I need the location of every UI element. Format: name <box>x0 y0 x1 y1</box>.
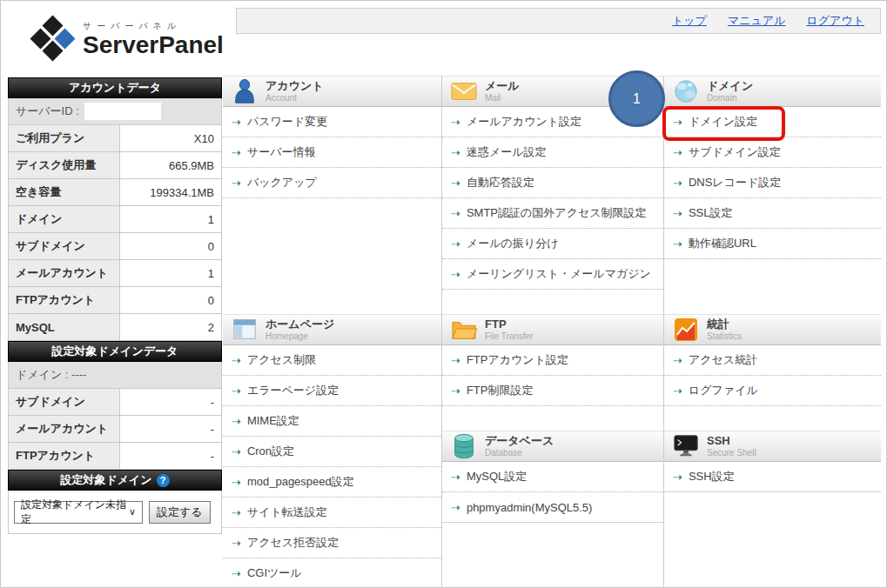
account-icon <box>232 78 258 104</box>
arrow-icon: ⇢ <box>451 146 460 159</box>
mail-icon <box>451 78 477 104</box>
section-header-homepage: ホームページ Homepage <box>223 314 441 345</box>
stat-row-mail-account: メールアカウント 1 <box>8 260 222 287</box>
section-header-database: データベース Database <box>442 431 663 462</box>
stat-row-plan: ご利用プラン X10 <box>8 125 222 152</box>
stat-row-ftp-account: FTPアカウント 0 <box>8 287 222 314</box>
section-header-stats: 統計 Statistics <box>664 314 881 345</box>
server-id-value-box <box>84 103 161 120</box>
arrow-icon: ⇢ <box>232 567 241 580</box>
menu-item-error-page-settings[interactable]: ⇢ エラーページ設定 <box>223 376 441 406</box>
menu-item-cgi-tools[interactable]: ⇢ CGIツール <box>223 558 441 588</box>
menu-item-mailing-list[interactable]: ⇢ メーリングリスト・メールマガジン <box>442 259 663 290</box>
menu-item-subdomain-settings[interactable]: ⇢ サブドメイン設定 <box>664 137 881 168</box>
menu-item-mail-sorting[interactable]: ⇢ メールの振り分け <box>442 229 663 259</box>
menu-item-mod-pagespeed-settings[interactable]: ⇢ mod_pagespeed設定 <box>223 467 441 498</box>
menu-item-log-file[interactable]: ⇢ ログファイル <box>664 376 881 406</box>
target-domain-controls: 設定対象ドメイン未指定 ∨ 設定する <box>8 491 222 534</box>
arrow-icon: ⇢ <box>232 476 241 489</box>
arrow-icon: ⇢ <box>451 177 460 190</box>
arrow-icon: ⇢ <box>451 116 460 129</box>
target-stat-row-ftp-account: FTPアカウント - <box>8 443 222 470</box>
nav-link-manual[interactable]: マニュアル <box>728 13 786 29</box>
stats-icon <box>673 317 699 343</box>
top-nav-bar: トップ マニュアル ログアウト <box>236 8 881 34</box>
logo-japanese-text: サーバーパネル <box>83 20 224 32</box>
nav-link-top[interactable]: トップ <box>672 13 707 29</box>
menu-item-cron-settings[interactable]: ⇢ Cron設定 <box>223 437 441 467</box>
arrow-icon: ⇢ <box>451 237 460 251</box>
homepage-icon <box>232 317 258 343</box>
menu-item-smtp-restriction-settings[interactable]: ⇢ SMTP認証の国外アクセス制限設定 <box>442 198 663 229</box>
arrow-icon: ⇢ <box>451 268 460 281</box>
menu-item-password-change[interactable]: ⇢ パスワード変更 <box>223 107 441 137</box>
arrow-icon: ⇢ <box>232 384 241 398</box>
target-domain-row: ドメイン : ---- <box>8 362 222 389</box>
menu-item-spam-mail-settings[interactable]: ⇢ 迷惑メール設定 <box>442 137 663 168</box>
section-header-account: アカウント Account <box>223 76 441 107</box>
target-domain-select[interactable]: 設定対象ドメイン未指定 ∨ <box>14 501 143 524</box>
section-header-ftp: FTP File Transfer <box>442 314 663 345</box>
menu-item-access-deny-settings[interactable]: ⇢ アクセス拒否設定 <box>223 528 441 558</box>
arrow-icon: ⇢ <box>451 471 460 484</box>
arrow-icon: ⇢ <box>673 354 682 367</box>
menu-item-phpmyadmin[interactable]: ⇢ phpmyadmin(MySQL5.5) <box>442 492 663 523</box>
arrow-icon: ⇢ <box>673 146 682 159</box>
arrow-icon: ⇢ <box>232 537 241 550</box>
arrow-icon: ⇢ <box>673 177 682 190</box>
menu-item-auto-reply-settings[interactable]: ⇢ 自動応答設定 <box>442 168 663 198</box>
menu-item-domain-settings[interactable]: ⇢ ドメイン設定 <box>664 107 881 137</box>
ftp-folder-icon <box>451 317 477 343</box>
arrow-icon: ⇢ <box>451 207 460 220</box>
menu-item-server-info[interactable]: ⇢ サーバー情報 <box>223 137 441 168</box>
menu-item-backup[interactable]: ⇢ バックアップ <box>223 168 441 198</box>
menu-item-mime-settings[interactable]: ⇢ MIME設定 <box>223 406 441 437</box>
stat-row-free-space: 空き容量 199334.1MB <box>8 179 222 206</box>
section-header-ssh: SSH Secure Shell <box>664 431 881 462</box>
sidebar-header-account-data: アカウントデータ <box>8 77 222 98</box>
menu-item-ftp-account-settings[interactable]: ⇢ FTPアカウント設定 <box>442 345 663 376</box>
stat-row-mysql: MySQL 2 <box>8 314 222 341</box>
server-panel-page: トップ マニュアル ログアウト サーバーパネル ServerPanel アカウン… <box>0 0 887 588</box>
set-domain-button[interactable]: 設定する <box>149 501 211 524</box>
logo-diamonds-icon <box>30 17 76 62</box>
arrow-icon: ⇢ <box>232 445 241 458</box>
target-stat-row-subdomain: サブドメイン - <box>8 389 222 416</box>
logo: サーバーパネル ServerPanel <box>30 17 224 62</box>
section-header-domain: ドメイン Domain <box>664 76 881 107</box>
server-id-row: サーバーID : <box>8 98 222 125</box>
menu-item-mysql-settings[interactable]: ⇢ MySQL設定 <box>442 462 663 492</box>
step-1-badge: 1 <box>608 70 665 127</box>
menu-item-access-stats[interactable]: ⇢ アクセス統計 <box>664 345 881 376</box>
database-icon <box>451 433 477 459</box>
ssh-terminal-icon <box>673 433 699 459</box>
menu-item-ftp-restriction-settings[interactable]: ⇢ FTP制限設定 <box>442 376 663 406</box>
arrow-icon: ⇢ <box>673 116 682 129</box>
arrow-icon: ⇢ <box>451 354 460 367</box>
arrow-icon: ⇢ <box>673 237 682 251</box>
arrow-icon: ⇢ <box>451 501 460 514</box>
logo-title: ServerPanel <box>83 32 224 59</box>
menu-item-site-redirect-settings[interactable]: ⇢ サイト転送設定 <box>223 498 441 528</box>
arrow-icon: ⇢ <box>673 384 682 398</box>
menu-item-access-restriction[interactable]: ⇢ アクセス制限 <box>223 345 441 376</box>
menu-item-ssh-settings[interactable]: ⇢ SSH設定 <box>664 462 881 492</box>
server-id-label: サーバーID : <box>16 104 79 119</box>
help-icon[interactable]: ? <box>157 474 170 487</box>
chevron-down-icon: ∨ <box>129 506 136 518</box>
arrow-icon: ⇢ <box>673 207 682 220</box>
arrow-icon: ⇢ <box>232 354 241 367</box>
stat-row-disk-usage: ディスク使用量 665.9MB <box>8 152 222 179</box>
menu-item-operation-check-url[interactable]: ⇢ 動作確認URL <box>664 229 881 259</box>
menu-item-ssl-settings[interactable]: ⇢ SSL設定 <box>664 198 881 229</box>
domain-icon <box>673 78 699 104</box>
nav-link-logout[interactable]: ログアウト <box>806 13 864 29</box>
target-stat-row-mail-account: メールアカウント - <box>8 416 222 443</box>
arrow-icon: ⇢ <box>232 415 241 428</box>
sidebar-header-target-domain-data: 設定対象ドメインデータ <box>8 341 222 362</box>
arrow-icon: ⇢ <box>232 146 241 159</box>
arrow-icon: ⇢ <box>232 506 241 519</box>
sidebar: アカウントデータ サーバーID : ご利用プラン X10 ディスク使用量 665… <box>8 77 222 534</box>
menu-item-dns-record-settings[interactable]: ⇢ DNSレコード設定 <box>664 168 881 198</box>
arrow-icon: ⇢ <box>232 116 241 129</box>
